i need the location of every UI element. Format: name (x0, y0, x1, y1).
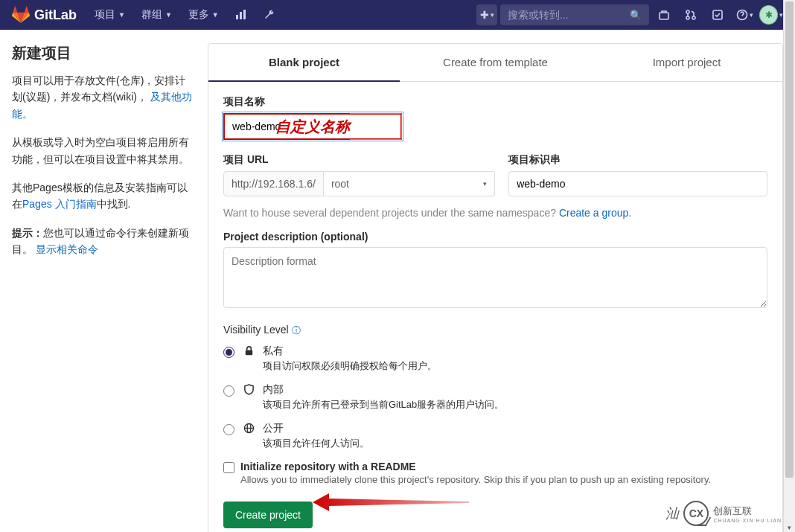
url-prefix: http://192.168.1.6/ (223, 171, 324, 196)
svg-rect-1 (240, 12, 242, 19)
svg-rect-9 (245, 350, 252, 356)
scrollbar-thumb[interactable] (785, 1, 794, 478)
pages-guide-link[interactable]: Pages 入门指南 (22, 198, 97, 210)
url-label: 项目 URL (223, 153, 495, 167)
visibility-public[interactable]: 公开该项目允许任何人访问。 (223, 422, 767, 450)
issues-icon[interactable] (652, 3, 676, 27)
nav-wrench-icon[interactable] (256, 2, 283, 28)
user-avatar[interactable]: ✱▾ (759, 3, 783, 27)
nav-groups[interactable]: 群组▼ (134, 2, 179, 28)
page-title: 新建项目 (12, 43, 194, 63)
watermark: 汕 CX 创新互联CHUANG XIN HU LIAN (665, 501, 782, 526)
top-navbar: GitLab 项目▼ 群组▼ 更多▼ ✚▾ 🔍 ▾ ✱▾ (0, 0, 795, 30)
slug-label: 项目标识串 (508, 153, 767, 167)
nav-items: 项目▼ 群组▼ 更多▼ (87, 2, 283, 28)
svg-rect-0 (236, 15, 238, 19)
tab-template[interactable]: Create from template (400, 44, 591, 81)
svg-point-6 (692, 16, 695, 19)
sidebar: 新建项目 项目可以用于存放文件(仓库)，安排计划(议题)，并发布文档(wiki)… (12, 43, 194, 532)
svg-rect-3 (660, 13, 668, 19)
main-panel: Blank project Create from template Impor… (208, 43, 783, 532)
project-slug-input[interactable] (508, 171, 767, 196)
help-icon[interactable]: ⓘ (292, 325, 301, 336)
sidebar-p2: 从模板或导入时为空白项目将启用所有功能，但可以在项目设置中将其禁用。 (12, 134, 194, 167)
scrollbar[interactable]: ▴ ▾ (783, 0, 795, 532)
merge-requests-icon[interactable] (679, 3, 703, 27)
shield-icon (242, 384, 255, 395)
radio-private[interactable] (223, 347, 234, 358)
search-icon: 🔍 (630, 10, 642, 21)
create-project-button[interactable]: Create project (223, 501, 313, 528)
nav-more[interactable]: 更多▼ (181, 2, 226, 28)
todos-icon[interactable] (706, 3, 729, 27)
tab-import[interactable]: Import project (591, 44, 782, 81)
help-icon[interactable]: ▾ (732, 3, 756, 27)
chevron-down-icon: ▾ (483, 180, 487, 188)
scroll-down-icon[interactable]: ▾ (784, 524, 795, 531)
search-box[interactable]: 🔍 (500, 4, 649, 25)
visibility-label: Visibility Level ⓘ (223, 324, 767, 337)
lock-icon (242, 345, 255, 356)
chevron-down-icon: ▼ (212, 11, 219, 19)
topbar-right: ✚▾ 🔍 ▾ ✱▾ (476, 3, 783, 27)
new-button[interactable]: ✚▾ (476, 4, 497, 25)
visibility-private[interactable]: 私有项目访问权限必须明确授权给每个用户。 (223, 344, 767, 373)
radio-internal[interactable] (223, 385, 234, 397)
form: 项目名称 自定义名称 项目 URL http://192.168.1.6/ ro… (208, 82, 782, 532)
svg-rect-2 (243, 10, 246, 19)
nav-projects[interactable]: 项目▼ (87, 2, 132, 28)
radio-public[interactable] (223, 424, 234, 435)
visibility-internal[interactable]: 内部该项目允许所有已登录到当前GitLab服务器的用户访问。 (223, 383, 767, 411)
namespace-hint: Want to house several dependent projects… (223, 207, 767, 219)
search-input[interactable] (508, 9, 630, 21)
tab-blank[interactable]: Blank project (208, 44, 400, 82)
brand-text: GitLab (34, 7, 77, 23)
svg-point-5 (686, 16, 689, 19)
sidebar-p3: 其他Pages模板的信息及安装指南可以在Pages 入门指南中找到. (12, 179, 194, 213)
chevron-down-icon: ▼ (118, 11, 125, 19)
name-label: 项目名称 (223, 95, 767, 109)
show-commands-link[interactable]: 显示相关命令 (36, 243, 98, 255)
create-group-link[interactable]: Create a group. (559, 207, 631, 219)
nav-activity-icon[interactable] (228, 2, 255, 28)
sidebar-p1: 项目可以用于存放文件(仓库)，安排计划(议题)，并发布文档(wiki)， 及其他… (12, 72, 194, 122)
globe-icon (242, 423, 255, 434)
chevron-down-icon: ▼ (165, 11, 172, 19)
input-focus-extension (350, 113, 402, 140)
namespace-select[interactable]: root ▾ (324, 171, 495, 196)
readme-checkbox-row[interactable]: Initialize repository with a READMEAllow… (223, 461, 767, 485)
sidebar-tip: 提示：您也可以通过命令行来创建新项目。 显示相关命令 (12, 225, 194, 258)
svg-point-4 (686, 10, 689, 13)
readme-checkbox[interactable] (223, 462, 234, 473)
description-textarea[interactable] (223, 247, 767, 308)
desc-label: Project description (optional) (223, 231, 767, 243)
tanuki-icon (12, 6, 30, 24)
tabs: Blank project Create from template Impor… (208, 44, 782, 82)
gitlab-logo[interactable]: GitLab (12, 6, 77, 24)
